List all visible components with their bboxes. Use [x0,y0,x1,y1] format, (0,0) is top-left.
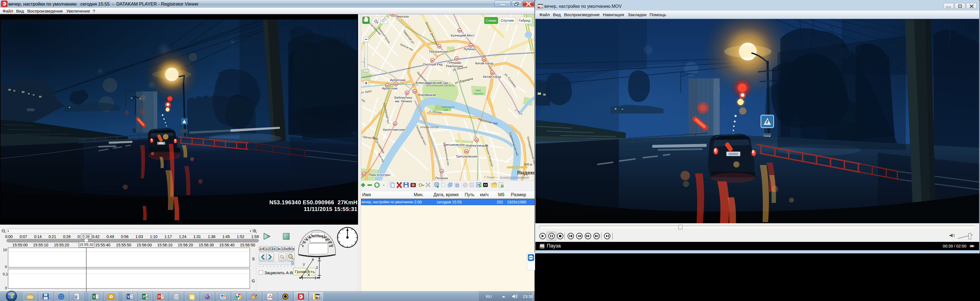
svg-text:x: x [308,272,310,277]
svg-text:Тайницкий: Тайницкий [441,105,455,109]
svg-text:Гибрид: Гибрид [519,19,530,22]
svg-text:0:49: 0:49 [107,234,114,239]
svg-text:0:42: 0:42 [92,234,99,239]
svg-text:11/11/2015 15:55:31: 11/11/2015 15:55:31 [304,206,358,212]
svg-text:1:38: 1:38 [208,234,215,239]
svg-text:15:56:00: 15:56:00 [137,243,152,247]
svg-text:15:55:00: 15:55:00 [13,243,28,247]
svg-text:Тверская: Тверская [395,15,409,18]
svg-text:Боровицкая: Боровицкая [418,93,436,96]
svg-text:0: 0 [5,265,7,269]
svg-text:0,1: 0,1 [3,272,8,276]
svg-text:15:56:40: 15:56:40 [220,243,235,247]
svg-text:Кузнецкий Мост: Кузнецкий Мост [451,34,475,37]
svg-text:15:55:20: 15:55:20 [54,243,69,247]
svg-text:1:59: 1:59 [251,234,259,239]
svg-text:80: 80 [312,234,315,237]
svg-text:z: z [316,265,318,269]
svg-text:20: 20 [303,241,306,244]
svg-text:500 м: 500 м [524,163,532,166]
svg-text:М: М [406,91,408,94]
svg-text:0:56: 0:56 [121,234,128,239]
svg-text:1:10: 1:10 [150,234,157,239]
svg-text:© Яндекс — Условия использован: © Яндекс — Условия использования [484,176,529,179]
svg-text:1:52: 1:52 [237,234,244,239]
svg-text:N53.196340 E50.090966 27KmH: N53.196340 E50.090966 27KmH [269,199,358,205]
svg-text:X: X [93,295,95,299]
svg-text:М: М [476,139,478,142]
svg-text:Спутник: Спутник [501,19,514,22]
svg-text:60x: 60x [289,247,294,251]
svg-text:Зациклить A-B: Зациклить A-B [264,271,293,275]
svg-text:М: М [395,83,397,86]
svg-text:15:55:32: 15:55:32 [79,242,94,247]
svg-text:15x: 15x [282,247,288,251]
svg-text:Парк культуры: Парк культуры [369,173,390,176]
svg-text:Третьяковская: Третьяковская [456,155,477,158]
svg-text:Театральная: Театральная [429,50,448,53]
svg-text:М: М [458,29,461,32]
svg-text:0:28: 0:28 [63,234,70,239]
svg-text:P: P [158,295,161,299]
svg-text:М: М [414,90,416,93]
svg-text:ннннннн: ннннннн [363,58,366,67]
svg-text:М: М [491,71,493,74]
svg-text:10: 10 [3,248,7,252]
svg-text:Кропоткинская: Кропоткинская [383,128,405,131]
svg-text:V: V [127,295,130,299]
svg-text:Охотный Ряд: Охотный Ряд [423,63,443,66]
svg-text:М: М [455,57,458,60]
svg-text:М: М [431,59,433,62]
svg-text:Китай-город: Китай-город [475,62,493,65]
svg-text:Лубянка: Лубянка [463,47,476,51]
svg-text:0:38: 0:38 [83,234,90,239]
svg-text:21: 21 [318,297,320,299]
svg-text:1/2: 1/2 [265,247,270,251]
svg-text:60: 60 [309,236,312,239]
svg-text:Новокузнецкая: Новокузнецкая [466,144,488,147]
svg-text:y: y [303,261,305,266]
svg-text:М: М [465,150,468,153]
svg-text:Московский Кремль: Московский Кремль [426,83,455,87]
svg-text:321: 321 [540,6,544,8]
svg-text:15:56:20: 15:56:20 [178,243,193,247]
svg-text:15:55:50: 15:55:50 [116,243,131,247]
svg-text:15:55:40: 15:55:40 [95,243,111,247]
svg-text:1/4: 1/4 [259,247,264,251]
svg-text:180: 180 [328,241,332,244]
svg-text:15:56:50: 15:56:50 [240,243,255,247]
svg-text:0: 0 [302,245,304,248]
svg-text:0: 0 [5,286,7,290]
svg-text:Зарядье: Зарядье [474,92,484,95]
svg-text:Библиотека: Библиотека [395,96,412,99]
svg-text:сад: сад [444,109,448,112]
svg-text:G: G [252,279,255,283]
svg-text:Арбатская: Арбатская [382,86,397,90]
svg-text:1:17: 1:17 [164,234,172,239]
svg-text:S: S [252,256,255,261]
svg-text:0:14: 0:14 [34,234,41,239]
svg-text:1:31: 1:31 [193,234,201,239]
svg-text:Площадь: Площадь [447,61,461,64]
svg-text:М: М [470,44,472,47]
svg-text:Арбатская: Арбатская [390,78,406,82]
svg-text:Схема: Схема [486,19,496,22]
svg-text:Яндекс: Яндекс [517,170,535,176]
svg-text:40: 40 [305,238,309,241]
svg-text:Китай-город: Китай-город [483,75,501,78]
svg-text:1:03: 1:03 [135,234,143,239]
svg-text:М: М [438,45,441,48]
svg-text:им. Ленина: им. Ленина [395,99,412,103]
svg-text:15:56:30: 15:56:30 [199,243,214,247]
svg-text:М: М [391,14,394,16]
svg-text:W: W [74,296,77,299]
svg-text:15:55:10: 15:55:10 [33,243,48,247]
svg-text:М: М [441,170,443,173]
svg-text:М: М [363,173,365,176]
svg-text:остров Балчуг: остров Балчуг [420,125,439,128]
svg-text:200: 200 [329,245,333,248]
svg-text:P: P [143,295,145,299]
svg-text:1x: 1x [272,247,275,251]
svg-text:0:00: 0:00 [5,234,13,239]
svg-text:1:45: 1:45 [222,234,230,239]
